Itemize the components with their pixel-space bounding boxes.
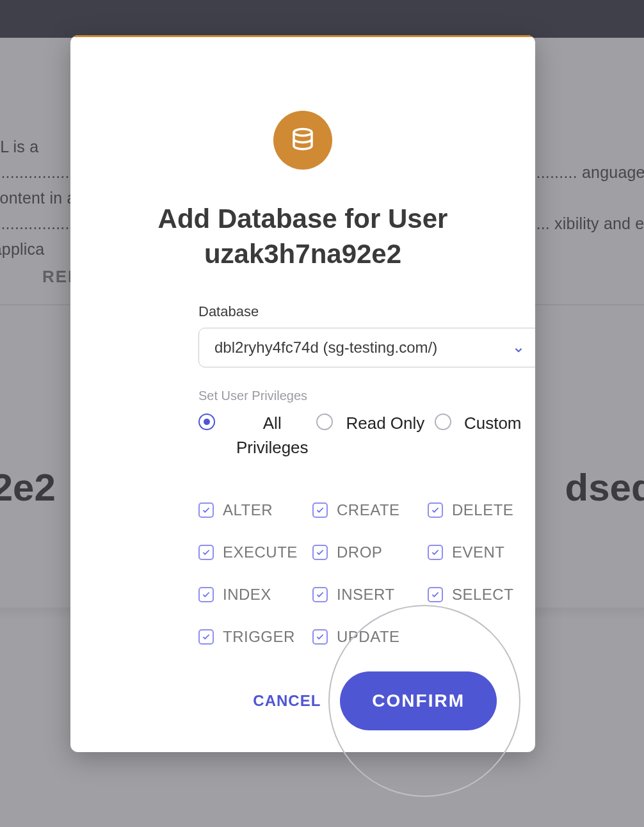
checkbox-update[interactable]: UPDATE [312,628,428,646]
checkmark-icon [312,502,328,518]
privileges-section-label: Set User Privileges [198,389,307,403]
modal-title-line1: Add Database for User [158,204,448,234]
checkmark-icon [312,629,328,645]
checkbox-label: DELETE [452,501,513,519]
checkmark-icon [428,587,443,602]
checkmark-icon [198,587,214,602]
radio-all-privileges[interactable]: All Privileges [198,412,316,460]
confirm-button[interactable]: CONFIRM [340,671,497,730]
radio-label: Read Only [346,412,424,436]
checkbox-drop[interactable]: DROP [312,543,428,561]
checkbox-label: CREATE [337,501,400,519]
checkbox-insert[interactable]: INSERT [312,586,428,604]
radio-icon [198,413,215,430]
radio-icon [316,413,333,430]
modal-top-accent [70,35,535,37]
privilege-mode-radios: All Privileges Read Only Custom [198,412,535,460]
radio-custom[interactable]: Custom [435,412,535,460]
checkbox-label: INDEX [223,586,271,604]
radio-icon [435,413,451,430]
checkbox-label: EVENT [452,543,505,561]
checkbox-index[interactable]: INDEX [198,586,312,604]
checkbox-label: EXECUTE [223,543,298,561]
checkmark-icon [312,587,328,602]
checkmark-icon [198,502,214,518]
checkbox-select[interactable]: SELECT [428,586,535,604]
radio-read-only[interactable]: Read Only [316,412,434,460]
modal-title-username: uzak3h7na92e2 [204,239,401,269]
radio-label: Custom [464,412,522,436]
modal-actions: CANCEL CONFIRM [70,650,535,752]
checkmark-icon [312,545,328,560]
checkbox-label: DROP [337,543,382,561]
database-select-value: dbl2ryhy4fc74d (sg-testing.com/) [214,339,437,357]
svg-point-0 [294,129,312,136]
database-field-label: Database [198,303,535,320]
checkbox-event[interactable]: EVENT [428,543,535,561]
chevron-down-icon [513,342,524,353]
checkbox-alter[interactable]: ALTER [198,501,312,519]
checkmark-icon [428,502,443,518]
checkbox-create[interactable]: CREATE [312,501,428,519]
cancel-button[interactable]: CANCEL [253,692,321,710]
database-icon [273,111,332,170]
checkbox-label: UPDATE [337,628,400,646]
radio-label: All Privileges [228,412,316,460]
checkbox-delete[interactable]: DELETE [428,501,535,519]
checkmark-icon [198,545,214,560]
checkbox-label: ALTER [223,501,273,519]
checkmark-icon [428,545,443,560]
checkbox-label: TRIGGER [223,628,295,646]
add-database-modal: Add Database for User uzak3h7na92e2 Data… [70,35,535,752]
checkbox-trigger[interactable]: TRIGGER [198,628,312,646]
checkbox-execute[interactable]: EXECUTE [198,543,312,561]
checkbox-label: SELECT [452,586,513,604]
database-select[interactable]: dbl2ryhy4fc74d (sg-testing.com/) [198,328,535,367]
privilege-checkboxes: ALTER CREATE DELETE EXECUTE DROP EV [198,501,535,670]
modal-title: Add Database for User uzak3h7na92e2 [70,202,535,271]
checkmark-icon [198,629,214,645]
checkbox-label: INSERT [337,586,395,604]
